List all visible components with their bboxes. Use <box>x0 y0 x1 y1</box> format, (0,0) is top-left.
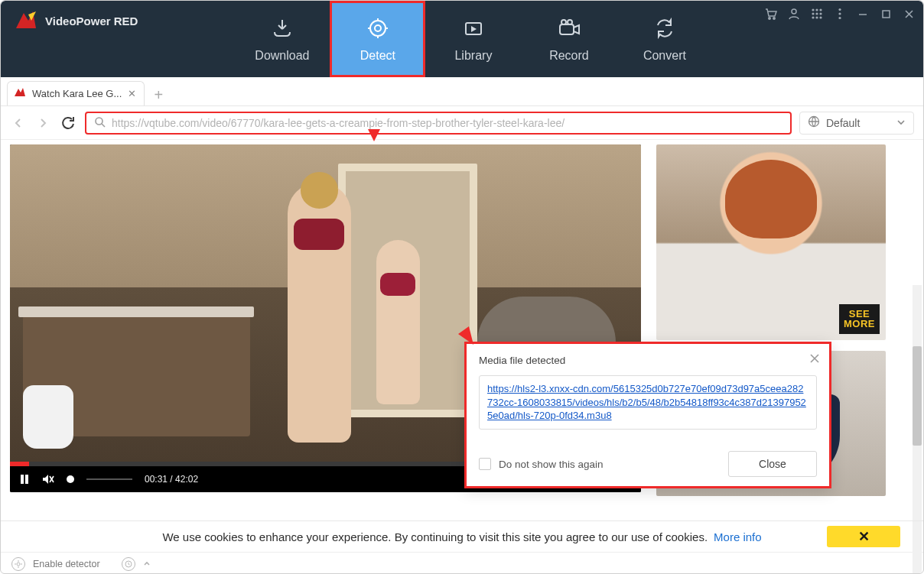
tab-title: Watch Kara Lee G... <box>32 88 122 99</box>
svg-point-4 <box>561 20 566 24</box>
chevron-up-icon[interactable] <box>143 559 151 569</box>
svg-point-36 <box>17 563 20 566</box>
region-select[interactable]: Default <box>799 112 914 135</box>
new-tab-button[interactable]: + <box>148 84 169 105</box>
checkbox-box[interactable] <box>479 458 491 470</box>
search-icon <box>94 116 106 130</box>
svg-point-9 <box>812 8 814 11</box>
svg-point-20 <box>838 17 841 19</box>
title-bar: VideoPower RED Download Detect Library R… <box>1 1 923 77</box>
svg-point-6 <box>769 18 770 19</box>
mute-button[interactable] <box>42 474 54 485</box>
volume-track[interactable] <box>86 478 132 480</box>
see-more-line2: MORE <box>844 319 875 329</box>
svg-rect-3 <box>560 24 574 34</box>
app-logo-icon <box>13 10 39 31</box>
url-input[interactable] <box>112 117 782 129</box>
svg-point-14 <box>819 12 822 15</box>
dont-show-checkbox[interactable]: Do not show this again <box>479 458 604 470</box>
nav-detect-label: Detect <box>360 49 395 63</box>
nav-library-label: Library <box>454 49 492 63</box>
back-button[interactable] <box>10 115 27 131</box>
detector-toggle-icon[interactable] <box>11 557 25 571</box>
status-bar: Enable detector <box>1 552 923 574</box>
nav-convert-label: Convert <box>643 49 686 63</box>
svg-line-26 <box>102 124 105 127</box>
video-time: 00:31 / 42:02 <box>145 474 198 485</box>
nav-library[interactable]: Library <box>425 1 521 77</box>
tab-favicon-icon <box>14 87 26 100</box>
detect-icon <box>365 15 391 41</box>
scrollbar-thumb[interactable] <box>913 346 922 446</box>
svg-point-0 <box>370 21 386 36</box>
tab-strip: Watch Kara Lee G... ✕ + <box>1 77 923 106</box>
maximize-icon[interactable] <box>879 7 893 21</box>
cookie-more-link[interactable]: More info <box>714 530 762 543</box>
nav-detect[interactable]: Detect <box>330 1 425 77</box>
svg-point-25 <box>96 118 102 125</box>
dialog-close-button[interactable]: Close <box>728 451 817 477</box>
nav-record[interactable]: Record <box>521 1 617 77</box>
close-icon[interactable] <box>902 7 916 21</box>
volume-handle[interactable] <box>67 475 74 483</box>
thumbnail-1[interactable]: SEE MORE <box>656 144 886 340</box>
svg-point-11 <box>819 8 822 11</box>
svg-point-13 <box>815 12 818 15</box>
app-title: VideoPower RED <box>45 15 138 28</box>
detected-url-link[interactable]: https://hls2-l3.xnxx-cdn.com/5615325d0b7… <box>487 383 806 421</box>
nav-download[interactable]: Download <box>234 1 330 77</box>
detected-url-field[interactable]: https://hls2-l3.xnxx-cdn.com/5615325d0b7… <box>479 375 817 430</box>
dialog-title: Media file detected <box>479 355 817 366</box>
reload-button[interactable] <box>59 114 77 132</box>
svg-point-5 <box>568 20 572 24</box>
chevron-down-icon <box>896 117 906 129</box>
svg-point-7 <box>773 18 775 19</box>
menu-grid-icon[interactable] <box>810 7 824 21</box>
svg-point-18 <box>838 8 841 11</box>
svg-rect-22 <box>883 11 890 18</box>
svg-point-17 <box>819 16 822 18</box>
more-icon[interactable] <box>833 7 847 21</box>
minimize-icon[interactable] <box>856 7 870 21</box>
nav-convert[interactable]: Convert <box>617 1 712 77</box>
brand: VideoPower RED <box>1 1 150 31</box>
main-nav: Download Detect Library Record Convert <box>234 1 712 77</box>
media-detected-dialog: Media file detected https://hls2-l3.xnxx… <box>464 342 831 488</box>
checkbox-label: Do not show this again <box>499 459 604 470</box>
nav-download-label: Download <box>255 49 309 63</box>
svg-point-10 <box>815 8 818 11</box>
cart-icon[interactable] <box>764 7 778 21</box>
cookie-text: We use cookies to enhance your experienc… <box>162 530 708 543</box>
address-bar: Default <box>1 106 923 140</box>
tab-close-icon[interactable]: ✕ <box>128 88 136 99</box>
cookie-dismiss-button[interactable]: ✕ <box>827 526 900 547</box>
globe-icon <box>808 115 820 130</box>
convert-icon <box>652 15 678 41</box>
svg-rect-28 <box>21 475 24 484</box>
history-icon[interactable] <box>122 557 135 571</box>
region-label: Default <box>826 117 860 129</box>
svg-point-19 <box>838 12 841 15</box>
see-more-badge[interactable]: SEE MORE <box>839 304 880 334</box>
svg-point-16 <box>815 16 818 18</box>
svg-point-12 <box>812 12 814 15</box>
svg-point-1 <box>375 25 381 31</box>
record-icon <box>556 15 582 41</box>
svg-point-15 <box>812 16 814 18</box>
library-icon <box>460 15 486 41</box>
nav-record-label: Record <box>549 49 589 63</box>
cookie-banner: We use cookies to enhance your experienc… <box>1 520 923 552</box>
forward-button[interactable] <box>34 115 51 131</box>
download-icon <box>269 15 295 41</box>
svg-point-8 <box>792 9 796 14</box>
url-input-wrapper[interactable] <box>85 112 792 135</box>
window-controls <box>764 7 916 21</box>
status-enable-label: Enable detector <box>33 559 100 569</box>
see-more-line1: SEE <box>844 309 875 319</box>
dialog-close-icon[interactable] <box>809 353 820 367</box>
user-icon[interactable] <box>787 7 801 21</box>
pause-button[interactable] <box>19 474 30 485</box>
svg-rect-29 <box>25 475 28 484</box>
browser-tab[interactable]: Watch Kara Lee G... ✕ <box>7 81 145 105</box>
